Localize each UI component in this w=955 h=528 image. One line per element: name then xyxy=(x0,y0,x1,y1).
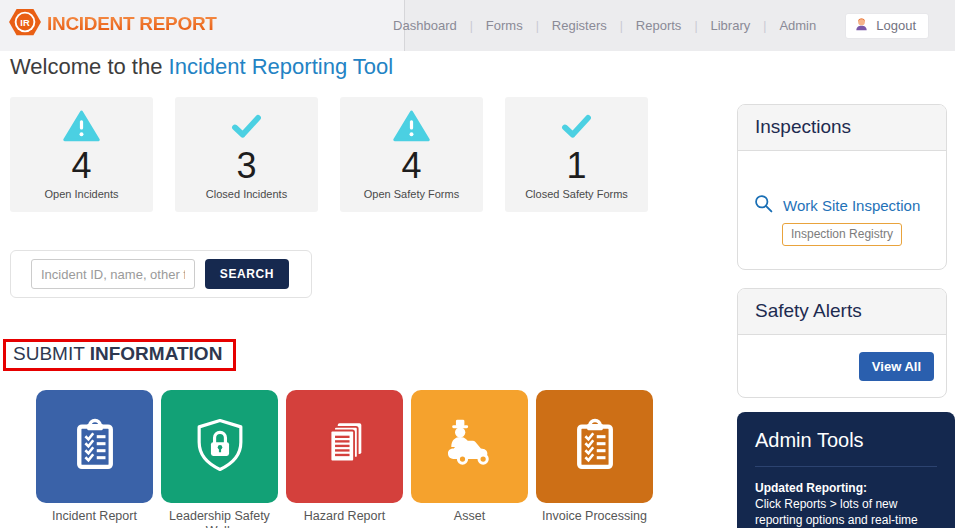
work-site-inspection-row[interactable]: Work Site Inspection xyxy=(753,193,931,218)
tile-invoice-processing: Invoice Processing xyxy=(536,390,653,528)
safety-alerts-panel: Safety Alerts View All xyxy=(737,288,947,398)
documents-icon xyxy=(316,416,374,478)
search-magnifier-icon xyxy=(753,193,774,218)
inspections-panel-title: Inspections xyxy=(738,105,946,151)
tile-label: Incident Report xyxy=(52,509,137,524)
tile-leadership-safety-walk: Leadership Safety Walk xyxy=(161,390,278,528)
user-avatar-icon xyxy=(854,17,869,35)
inspection-registry-button[interactable]: Inspection Registry xyxy=(782,223,902,246)
inspections-panel: Inspections Work Site Inspection Inspect… xyxy=(737,104,947,270)
submit-information-heading-annotated: SUBMIT INFORMATION xyxy=(3,339,236,371)
logout-label: Logout xyxy=(876,18,916,33)
stat-label: Open Safety Forms xyxy=(364,188,459,200)
app-logo-text: INCIDENT REPORT xyxy=(47,13,217,35)
stat-card-closed-incidents[interactable]: 3 Closed Incidents xyxy=(175,97,318,212)
stat-card-open-incidents[interactable]: 4 Open Incidents xyxy=(10,97,153,212)
warning-icon xyxy=(393,109,430,145)
welcome-prefix: Welcome to the xyxy=(10,54,169,79)
svg-text:IR: IR xyxy=(20,18,30,28)
stat-card-closed-safety-forms[interactable]: 1 Closed Safety Forms xyxy=(505,97,648,212)
app-logo[interactable]: IR INCIDENT REPORT xyxy=(8,7,217,41)
clipboard-checklist-icon xyxy=(67,417,123,477)
search-button[interactable]: SEARCH xyxy=(205,259,289,289)
submit-heading-regular: SUBMIT xyxy=(13,343,90,364)
right-sidebar: Inspections Work Site Inspection Inspect… xyxy=(737,104,947,528)
admin-note-body: Click Reports > lots of new reporting op… xyxy=(755,497,918,528)
stats-row: 4 Open Incidents 3 Closed Incidents 4 Op xyxy=(10,97,648,212)
search-panel: SEARCH xyxy=(10,250,312,298)
stat-value: 4 xyxy=(71,145,91,186)
tile-label: Invoice Processing xyxy=(542,509,647,524)
logout-button[interactable]: Logout xyxy=(845,13,929,39)
main-nav: Dashboard | Forms | Registers | Reports … xyxy=(380,18,829,33)
incident-report-dashboard: IR INCIDENT REPORT Dashboard | Forms | R… xyxy=(0,0,955,528)
admin-tools-panel-title: Admin Tools xyxy=(755,412,937,466)
hexagon-ir-logo-icon: IR xyxy=(8,7,42,41)
safety-alerts-panel-body: View All xyxy=(738,335,946,381)
tile-label: Hazard Report xyxy=(304,509,385,524)
safety-alerts-panel-title: Safety Alerts xyxy=(738,289,946,335)
warning-icon xyxy=(63,109,100,145)
stat-label: Closed Safety Forms xyxy=(525,188,628,200)
stat-card-open-safety-forms[interactable]: 4 Open Safety Forms xyxy=(340,97,483,212)
clipboard-checklist-icon xyxy=(567,417,623,477)
tile-hazard-report: Hazard Report xyxy=(286,390,403,528)
check-icon xyxy=(561,109,592,145)
asset-tile-button[interactable] xyxy=(411,390,528,503)
nav-item-library[interactable]: Library xyxy=(698,18,764,33)
top-nav-area: Dashboard | Forms | Registers | Reports … xyxy=(404,0,955,51)
nav-item-dashboard[interactable]: Dashboard xyxy=(380,18,470,33)
hazard-report-tile-button[interactable] xyxy=(286,390,403,503)
stat-value: 4 xyxy=(401,145,421,186)
top-bar: IR INCIDENT REPORT Dashboard | Forms | R… xyxy=(0,0,955,51)
nav-item-forms[interactable]: Forms xyxy=(473,18,536,33)
admin-tools-note: Updated Reporting: Click Reports > lots … xyxy=(755,467,941,528)
nav-item-registers[interactable]: Registers xyxy=(539,18,620,33)
check-icon xyxy=(231,109,262,145)
inspections-panel-body: Work Site Inspection Inspection Registry xyxy=(738,151,946,246)
tile-incident-report: Incident Report xyxy=(36,390,153,528)
admin-tools-panel: Admin Tools Updated Reporting: Click Rep… xyxy=(737,412,955,528)
shield-lock-icon xyxy=(191,416,249,478)
stat-value: 1 xyxy=(566,145,586,186)
tile-label: Leadership Safety Walk xyxy=(161,509,278,528)
incident-report-tile-button[interactable] xyxy=(36,390,153,503)
stat-value: 3 xyxy=(236,145,256,186)
submit-heading-bold: INFORMATION xyxy=(90,343,223,364)
leadership-safety-walk-tile-button[interactable] xyxy=(161,390,278,503)
search-input[interactable] xyxy=(31,259,195,289)
submit-tiles-row: Incident Report Leadership Safety Walk xyxy=(36,390,653,528)
page-title: Welcome to the Incident Reporting Tool xyxy=(10,54,393,80)
incident-reporting-tool-link[interactable]: Incident Reporting Tool xyxy=(169,54,394,79)
stat-label: Open Incidents xyxy=(45,188,119,200)
work-site-inspection-link[interactable]: Work Site Inspection xyxy=(783,197,920,214)
stat-label: Closed Incidents xyxy=(206,188,287,200)
car-person-icon xyxy=(440,415,500,479)
view-all-button[interactable]: View All xyxy=(859,352,934,381)
nav-item-reports[interactable]: Reports xyxy=(623,18,695,33)
tile-asset: Asset xyxy=(411,390,528,528)
tile-label: Asset xyxy=(454,509,485,524)
nav-item-admin[interactable]: Admin xyxy=(766,18,829,33)
admin-note-title: Updated Reporting: xyxy=(755,481,941,497)
invoice-processing-tile-button[interactable] xyxy=(536,390,653,503)
